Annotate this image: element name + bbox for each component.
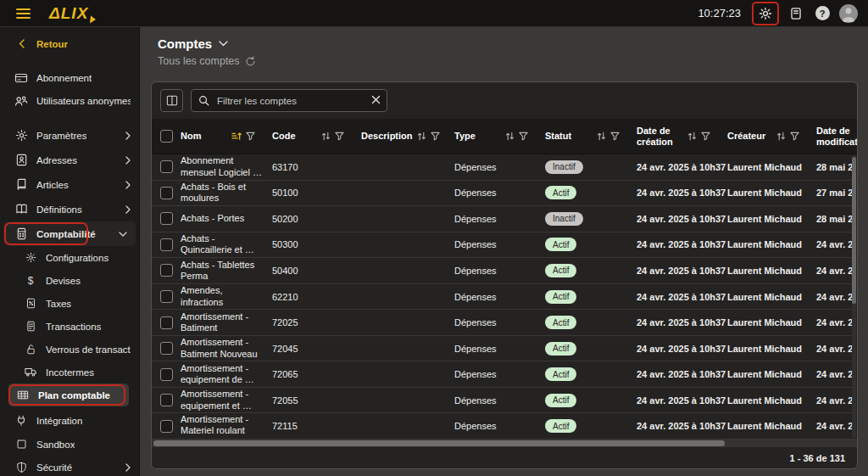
cell-name: Achats - Portes xyxy=(181,213,272,224)
column-header-type[interactable]: Type xyxy=(454,131,545,142)
cell-date-creation: 24 avr. 2025 à 10h37 xyxy=(637,344,727,354)
sort-icon[interactable] xyxy=(597,132,606,141)
row-checkbox[interactable] xyxy=(160,420,173,433)
row-checkbox[interactable] xyxy=(160,290,173,303)
column-settings-button[interactable] xyxy=(160,89,183,112)
sidebar-item-articles[interactable]: Articles xyxy=(0,172,139,197)
vertical-scrollbar-thumb[interactable] xyxy=(852,157,856,304)
refresh-icon[interactable] xyxy=(245,56,256,67)
table-row[interactable]: Amortissement - Batiment Nouveau 72045 D… xyxy=(152,336,858,362)
cell-createur: Laurent Michaud xyxy=(727,317,816,328)
sort-ascending-active-icon[interactable] xyxy=(231,132,242,141)
sidebar-item-securite[interactable]: Sécurité xyxy=(0,456,139,476)
row-checkbox[interactable] xyxy=(160,368,173,381)
hamburger-menu-icon[interactable] xyxy=(14,4,32,23)
status-badge: Actif xyxy=(545,290,576,304)
cell-code: 50200 xyxy=(272,214,361,224)
filter-funnel-icon[interactable] xyxy=(431,132,440,141)
table-row[interactable]: Achats - Portes 50200 Dépenses Inactif 2… xyxy=(152,206,858,232)
horizontal-scrollbar-thumb[interactable] xyxy=(153,440,725,446)
settings-annotation-box xyxy=(752,2,779,25)
alix-logo[interactable]: ΔLIX xyxy=(49,5,97,21)
filter-input[interactable] xyxy=(191,89,387,112)
sidebar-item-definitions[interactable]: Définitions xyxy=(0,197,139,221)
settings-gear-icon[interactable] xyxy=(756,4,775,23)
sidebar-item-plan-comptable[interactable]: Plan comptable xyxy=(8,384,129,406)
cell-date-creation: 24 avr. 2025 à 10h37 xyxy=(637,239,727,249)
table-row[interactable]: Achats - Bois et moulures 50100 Dépenses… xyxy=(152,181,858,207)
sidebar-item-utilisateurs-anonymes[interactable]: Utilisateurs anonymes xyxy=(0,89,139,112)
filter-funnel-icon[interactable] xyxy=(246,132,255,141)
column-header-date-modification[interactable]: Date de modification xyxy=(816,126,858,147)
sidebar-item-verrous-de-transaction[interactable]: Verrous de transaction xyxy=(0,338,139,361)
sidebar-item-adresses[interactable]: Adresses xyxy=(0,148,139,172)
sidebar-item-devises[interactable]: $ Devises xyxy=(0,269,139,292)
sort-icon[interactable] xyxy=(687,132,697,141)
open-book-icon xyxy=(14,203,28,216)
filter-funnel-icon[interactable] xyxy=(519,132,528,141)
row-checkbox[interactable] xyxy=(160,238,173,251)
page-title-dropdown[interactable]: Comptes xyxy=(158,36,256,51)
column-header-code[interactable]: Code xyxy=(272,131,361,142)
sidebar-item-parametres[interactable]: Paramètres xyxy=(0,123,139,148)
table-row[interactable]: Amendes, infractions 62210 Dépenses Acti… xyxy=(152,284,858,311)
column-header-statut[interactable]: Statut xyxy=(545,131,637,142)
table-row[interactable]: Achats - Tablettes Perma 50400 Dépenses … xyxy=(152,258,858,284)
sidebar-item-incotermes[interactable]: Incotermes xyxy=(0,361,139,384)
row-checkbox[interactable] xyxy=(160,160,173,173)
sidebar-item-sandbox[interactable]: Sandbox xyxy=(0,433,139,456)
column-header-nom[interactable]: Nom xyxy=(181,131,272,142)
sidebar-item-integration[interactable]: Intégration xyxy=(0,408,139,433)
sidebar-item-abonnement[interactable]: Abonnement xyxy=(0,66,139,89)
sidebar-item-retour[interactable]: Retour xyxy=(0,32,139,55)
alix-logo-text: ΔLIX xyxy=(49,5,88,21)
row-checkbox[interactable] xyxy=(160,264,173,277)
column-header-date-creation[interactable]: Date de création xyxy=(637,126,727,147)
help-icon[interactable]: ? xyxy=(813,4,832,23)
table-row[interactable]: Achats - Quincaillerie et … 50300 Dépens… xyxy=(152,232,858,259)
table-row[interactable]: Amortissement - equipement de … 72065 Dé… xyxy=(152,361,858,388)
sidebar-item-configurations[interactable]: Configurations xyxy=(0,246,139,269)
shield-icon xyxy=(14,462,28,473)
cell-name: Amortissement - Batiment xyxy=(181,311,272,334)
search-icon xyxy=(198,95,209,106)
user-avatar[interactable] xyxy=(839,4,858,23)
column-header-createur[interactable]: Créateur xyxy=(727,131,816,142)
clear-filter-icon[interactable] xyxy=(371,95,381,104)
cell-createur: Laurent Michaud xyxy=(727,292,816,302)
receipt-icon xyxy=(24,321,37,332)
sidebar-item-comptabilite[interactable]: Comptabilité xyxy=(3,221,136,246)
status-badge: Actif xyxy=(545,264,576,277)
filter-funnel-icon[interactable] xyxy=(790,132,799,141)
filter-funnel-icon[interactable] xyxy=(610,132,620,141)
vertical-scrollbar[interactable] xyxy=(852,155,856,438)
sort-icon[interactable] xyxy=(505,132,515,141)
row-checkbox[interactable] xyxy=(160,316,173,329)
row-checkbox[interactable] xyxy=(160,187,173,199)
row-checkbox[interactable] xyxy=(160,342,173,355)
filter-funnel-icon[interactable] xyxy=(335,132,344,141)
status-badge: Inactif xyxy=(545,160,583,174)
table-row[interactable]: Amortissement - Materiel roulant 20% 721… xyxy=(152,413,858,440)
documentation-book-icon[interactable] xyxy=(787,4,805,23)
table-row[interactable]: Abonnement mensuel Logiciel … 63170 Dépe… xyxy=(152,154,858,181)
horizontal-scrollbar[interactable] xyxy=(152,440,857,447)
table-row[interactable]: Amortissement - Batiment 72025 Dépenses … xyxy=(152,310,858,336)
column-header-description[interactable]: Description xyxy=(361,131,454,142)
sidebar-item-taxes[interactable]: Taxes xyxy=(0,292,139,315)
row-checkbox[interactable] xyxy=(160,212,173,225)
row-checkbox[interactable] xyxy=(160,394,173,406)
sort-icon[interactable] xyxy=(417,132,426,141)
table-body: Abonnement mensuel Logiciel … 63170 Dépe… xyxy=(152,154,858,440)
sidebar-item-transactions[interactable]: Transactions xyxy=(0,315,139,338)
sort-icon[interactable] xyxy=(776,132,786,141)
table-row[interactable]: Amortissement - equipement et … 72055 Dé… xyxy=(152,388,858,414)
chevron-right-icon xyxy=(125,181,131,189)
clock: 10:27:23 xyxy=(698,7,741,20)
cell-code: 50300 xyxy=(272,239,361,249)
filter-funnel-icon[interactable] xyxy=(701,132,710,141)
status-badge: Actif xyxy=(545,342,576,356)
select-all-checkbox[interactable] xyxy=(160,130,173,143)
sort-icon[interactable] xyxy=(321,132,331,141)
cell-name: Amortissement - Batiment Nouveau xyxy=(181,337,272,360)
